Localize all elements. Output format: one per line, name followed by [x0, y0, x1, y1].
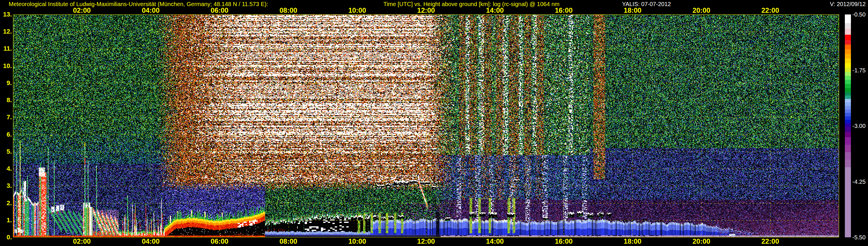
- x-tick-label-top: 16:00: [555, 7, 572, 14]
- y-tick-label: 3.: [0, 182, 12, 189]
- x-tick-label-bottom: 12:00: [417, 238, 435, 245]
- colorbar-tick-label: -0.50: [852, 11, 866, 18]
- x-tick-label-bottom: 14:00: [486, 238, 504, 245]
- colorbar-tick-label: -5.50: [852, 234, 866, 241]
- x-tick-label-bottom: 04:00: [142, 238, 159, 245]
- y-tick-label: 1.: [0, 217, 12, 224]
- x-tick-label-top: 02:00: [73, 7, 91, 14]
- x-tick-label-top: 08:00: [279, 7, 297, 14]
- x-tick-label-top: 10:00: [348, 7, 366, 14]
- x-tick-label-bottom: 08:00: [279, 238, 297, 245]
- x-tick-label-top: 04:00: [142, 7, 159, 14]
- x-tick-label-top: 06:00: [211, 7, 228, 14]
- y-tick-label: 0.: [0, 234, 12, 241]
- y-tick-label: 12.: [0, 28, 12, 35]
- lidar-heatmap-canvas: [13, 14, 839, 237]
- x-tick-label-bottom: 06:00: [211, 238, 228, 245]
- colorbar: [845, 14, 851, 237]
- x-tick-label-top: 22:00: [761, 7, 779, 14]
- x-tick-label-top: 20:00: [692, 7, 710, 14]
- x-tick-label-bottom: 18:00: [624, 238, 642, 245]
- x-tick-label-top: 18:00: [624, 7, 642, 14]
- y-tick-label: 13.: [0, 11, 12, 18]
- colorbar-tick-label: -1.75: [852, 67, 866, 74]
- colorbar-tick-label: -4.25: [852, 178, 866, 185]
- x-tick-label-bottom: 02:00: [73, 238, 91, 245]
- x-tick-label-bottom: 20:00: [692, 238, 710, 245]
- lidar-quicklook-screen: Meteorological Institute of Ludwig-Maxim…: [0, 0, 868, 246]
- y-tick-label: 7.: [0, 114, 12, 121]
- x-tick-label-bottom: 22:00: [761, 238, 779, 245]
- x-tick-label-top: 14:00: [486, 7, 504, 14]
- institute-label: Meteorological Institute of Ludwig-Maxim…: [9, 1, 268, 7]
- y-tick-label: 8.: [0, 97, 12, 103]
- x-tick-label-top: 12:00: [417, 7, 435, 14]
- x-tick-label-bottom: 16:00: [555, 238, 572, 245]
- y-tick-label: 4.: [0, 165, 12, 172]
- y-tick-label: 5.: [0, 148, 12, 155]
- version-label: V: 2012/09/12: [830, 1, 866, 7]
- y-tick-label: 9.: [0, 80, 12, 87]
- y-tick-label: 2.: [0, 200, 12, 207]
- y-tick-label: 6.: [0, 131, 12, 138]
- x-tick-label-bottom: 10:00: [348, 238, 366, 245]
- y-tick-label: 11.: [0, 45, 12, 52]
- plot-title: Time [UTC] vs. Height above ground [km]:…: [383, 1, 560, 7]
- colorbar-tick-label: -3.00: [852, 122, 866, 129]
- y-tick-label: 10.: [0, 63, 12, 69]
